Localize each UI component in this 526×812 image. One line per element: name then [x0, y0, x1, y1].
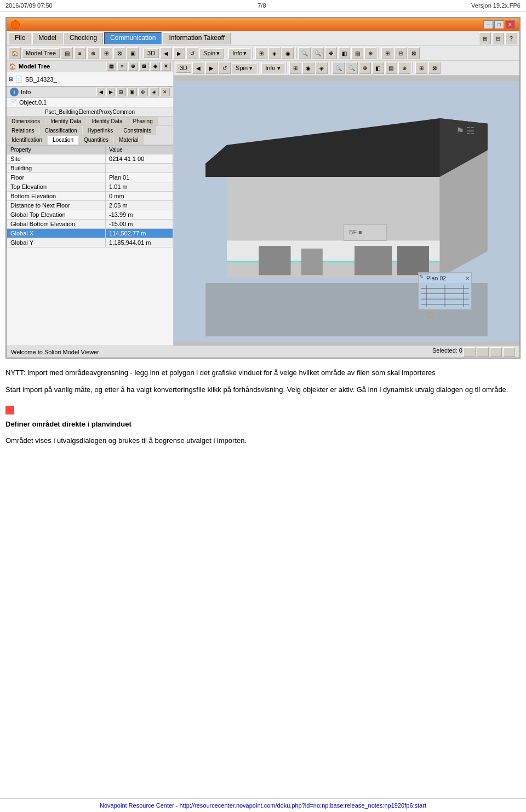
info-btn-3[interactable]: ⊕ [138, 88, 148, 96]
prev-view-btn[interactable]: ◀ [160, 47, 172, 59]
tab-hyperlinks[interactable]: Hyperlinks [83, 126, 118, 135]
refresh-btn[interactable]: ↺ [186, 47, 198, 59]
info-close-btn[interactable]: ✕ [160, 88, 170, 96]
info-btn-4[interactable]: ◈ [149, 88, 159, 96]
maximize-button[interactable]: □ [494, 20, 504, 29]
zoom-out-btn[interactable]: 🔍 [312, 47, 324, 59]
vp-btn-7[interactable]: ▤ [385, 62, 397, 74]
toolbar-btn-15[interactable]: ⊠ [408, 47, 420, 59]
vp-btn-8[interactable]: ⊕ [398, 62, 410, 74]
info-prev-btn[interactable]: ◀ [96, 88, 105, 96]
viewport-3d-btn[interactable]: 3D [176, 63, 191, 73]
tab-quantities[interactable]: Quantities [79, 135, 113, 145]
menu-model[interactable]: Model [32, 32, 62, 44]
toolbar-btn-3[interactable]: ⊕ [87, 47, 99, 59]
next-view-btn[interactable]: ▶ [173, 47, 185, 59]
menu-extra-btn2[interactable]: ⊟ [492, 32, 504, 44]
prop-name-cell: Distance to Next Floor [7, 201, 106, 210]
toolbar-btn-5[interactable]: ⊠ [113, 47, 125, 59]
toolbar-btn-12[interactable]: ⊕ [364, 47, 376, 59]
toolbar-btn-4[interactable]: ⊞ [100, 47, 112, 59]
toolbar-btn-10[interactable]: ◧ [338, 47, 350, 59]
status-btn-4[interactable] [503, 347, 515, 357]
toolbar-btn-14[interactable]: ⊟ [395, 47, 407, 59]
info-panel-header: i Info ◀ ▶ ⊞ ▣ ⊕ ◈ ✕ [7, 87, 173, 98]
viewport-toolbar: 3D ◀ ▶ ↺ Spin ▾ Info ▾ ⊞ ◉ ◈ 🔍 🔍 ✥ ◧ ▤ ⊕… [174, 61, 519, 76]
info-header-left: i Info [10, 88, 31, 96]
panel-btn-2[interactable]: ≡ [117, 62, 127, 71]
pan-btn[interactable]: ✥ [325, 47, 337, 59]
menu-extra-btn1[interactable]: ⊞ [479, 32, 491, 44]
vp-zoom-out-btn[interactable]: 🔍 [346, 62, 358, 74]
vp-btn-2[interactable]: ▶ [205, 62, 218, 74]
panel-btn-5[interactable]: ◈ [150, 62, 160, 71]
menu-help-btn[interactable]: ? [505, 32, 517, 44]
info-pin-btn[interactable]: ⊞ [116, 88, 126, 96]
vp-spin-btn[interactable]: Spin ▾ [232, 63, 256, 73]
menu-information-takeoff[interactable]: Information Takeoff [163, 32, 231, 44]
status-btn-1[interactable] [464, 347, 476, 357]
status-btn-2[interactable] [477, 347, 489, 357]
minimize-button[interactable]: ─ [483, 20, 493, 29]
vp-info-btn[interactable]: Info ▾ [261, 63, 284, 73]
tab-phasing[interactable]: Phasing [128, 117, 158, 125]
toolbar-btn-9[interactable]: ◉ [282, 47, 294, 59]
vp-btn-3[interactable]: ⊞ [289, 62, 301, 74]
main-toolbar: 🏠 Model Tree ▤ ≡ ⊕ ⊞ ⊠ ▣ 3D ◀ ▶ ↺ Spin ▾… [7, 46, 519, 61]
btn-spin[interactable]: Spin ▾ [199, 48, 224, 59]
vp-btn-4[interactable]: ◉ [302, 62, 315, 74]
tab-relations[interactable]: Relations [7, 126, 39, 135]
vp-btn-5[interactable]: ◈ [316, 62, 328, 74]
panel-close-btn[interactable]: ✕ [161, 62, 171, 71]
tab-identity-data-2[interactable]: Identity Data [87, 117, 127, 125]
prop-name-cell: Building [7, 164, 106, 173]
vp-btn-6[interactable]: ◧ [372, 62, 384, 74]
info-next-btn[interactable]: ▶ [106, 88, 115, 96]
tab-identity-data-1[interactable]: Identity Data [45, 117, 86, 125]
body-paragraph-2: Start import på vanlig måte, og etter å … [5, 384, 521, 396]
toolbar-btn-2[interactable]: ≡ [74, 47, 86, 59]
status-btn-3[interactable] [490, 347, 502, 357]
model-tree-label: Model Tree [19, 63, 50, 70]
vp-btn-1[interactable]: ◀ [192, 62, 204, 74]
vp-pan-btn[interactable]: ✥ [359, 62, 371, 74]
body-paragraph-1: NYTT: Import med områdeavgrensning - leg… [5, 367, 521, 379]
btn-3d[interactable]: 3D [144, 48, 159, 58]
close-button[interactable]: ✕ [505, 20, 515, 29]
tab-material[interactable]: Material [114, 135, 144, 145]
tab-identification[interactable]: Identification [7, 135, 47, 145]
menu-communication[interactable]: Communication [104, 32, 162, 44]
toolbar-btn-8[interactable]: ◈ [268, 47, 281, 59]
zoom-in-btn[interactable]: 🔍 [299, 47, 311, 59]
tab-row-2: Relations Classification Hyperlinks Cons… [7, 126, 173, 135]
toolbar-btn-11[interactable]: ▤ [351, 47, 363, 59]
tab-classification[interactable]: Classification [40, 126, 82, 135]
toolbar-btn-7[interactable]: ⊞ [255, 47, 267, 59]
toolbar-btn-1[interactable]: ▤ [61, 47, 73, 59]
info-btn-2[interactable]: ▣ [127, 88, 137, 96]
model-tree-button[interactable]: Model Tree [22, 48, 60, 58]
prop-value-cell: 1.01 m [106, 182, 173, 192]
vp-refresh-btn[interactable]: ↺ [219, 62, 231, 74]
panel-btn-1[interactable]: ▤ [106, 62, 116, 71]
tab-constraints[interactable]: Constraints [118, 126, 156, 135]
panel-btn-3[interactable]: ⊕ [128, 62, 138, 71]
toolbar-btn-13[interactable]: ⊞ [381, 47, 393, 59]
toolbar-btn-6[interactable]: ▣ [127, 47, 139, 59]
home-icon[interactable]: 🏠 [9, 47, 21, 59]
vp-btn-9[interactable]: ⊞ [415, 62, 427, 74]
tab-location[interactable]: Location [48, 135, 78, 145]
prop-value-cell: 114,502.77 m [106, 229, 173, 238]
menu-file[interactable]: File [9, 32, 31, 44]
btn-info[interactable]: Info ▾ [228, 48, 250, 59]
menu-checking[interactable]: Checking [64, 32, 103, 44]
title-bar: ─ □ ✕ [7, 18, 519, 31]
vp-zoom-in-btn[interactable]: 🔍 [333, 62, 345, 74]
info-panel: i Info ◀ ▶ ⊞ ▣ ⊕ ◈ ✕ 📄 Object.0. [7, 86, 173, 345]
toolbar-sep-1 [141, 48, 141, 59]
tab-dimensions[interactable]: Dimensions [7, 117, 45, 125]
tree-root-item[interactable]: ⊞ 📄 SB_14323_ [9, 74, 171, 84]
svg-text:BF ■: BF ■ [349, 229, 362, 235]
panel-btn-4[interactable]: ⊠ [139, 62, 149, 71]
vp-btn-10[interactable]: ⊠ [428, 62, 441, 74]
